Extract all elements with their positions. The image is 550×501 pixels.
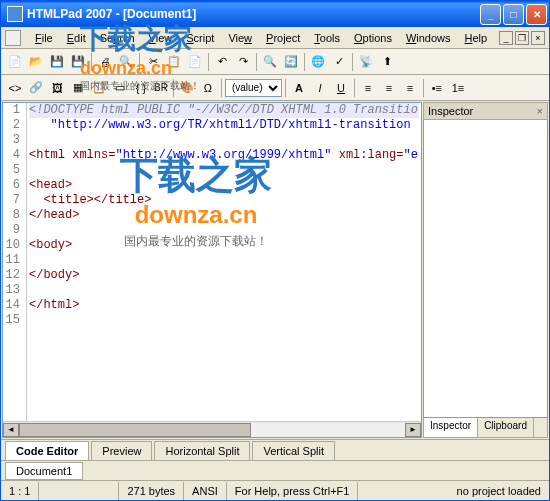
br-label[interactable]: BR (152, 82, 170, 93)
undo-button[interactable]: ↶ (212, 52, 232, 72)
status-position: 1 : 1 (1, 482, 39, 500)
app-icon (7, 6, 23, 22)
status-project: no project loaded (449, 482, 549, 500)
new-button[interactable]: 📄 (5, 52, 25, 72)
toolbar-html: <> 🔗 🖼 ▦ 📋 ▭ { } BR 🎨 Ω (value) A I U ≡ … (1, 75, 549, 101)
menu-file[interactable]: File (29, 30, 59, 46)
validate-button[interactable]: ✓ (329, 52, 349, 72)
color-button[interactable]: 🎨 (177, 78, 197, 98)
tab-inspector[interactable]: Inspector (424, 418, 478, 437)
upload-button[interactable]: ⬆ (377, 52, 397, 72)
menu-view[interactable]: View (143, 30, 179, 46)
status-help: For Help, press Ctrl+F1 (227, 482, 359, 500)
content-area: 123456789101112131415 <!DOCTYPE html PUB… (1, 101, 549, 439)
doc-icon (5, 30, 21, 46)
form-button[interactable]: 📋 (89, 78, 109, 98)
save-button[interactable]: 💾 (47, 52, 67, 72)
tab-horizontal-split[interactable]: Horizontal Split (154, 441, 250, 460)
horizontal-scrollbar[interactable]: ◄ ► (3, 421, 421, 437)
bold-button[interactable]: A (289, 78, 309, 98)
list-ol-button[interactable]: 1≡ (448, 78, 468, 98)
inspector-title: Inspector (428, 105, 473, 117)
inspector-close-button[interactable]: × (537, 105, 543, 117)
editor-pane: 123456789101112131415 <!DOCTYPE html PUB… (2, 102, 422, 438)
menu-project[interactable]: Project (260, 30, 306, 46)
align-center-button[interactable]: ≡ (379, 78, 399, 98)
copy-button[interactable]: 📋 (164, 52, 184, 72)
tab-vertical-split[interactable]: Vertical Split (252, 441, 335, 460)
document-tab[interactable]: Document1 (5, 462, 83, 480)
code-area[interactable]: 123456789101112131415 <!DOCTYPE html PUB… (3, 103, 421, 421)
replace-button[interactable]: 🔄 (281, 52, 301, 72)
format-select[interactable]: (value) (225, 79, 282, 97)
mdi-minimize-button[interactable]: _ (499, 31, 513, 45)
link-button[interactable]: 🔗 (26, 78, 46, 98)
css-button[interactable]: { } (131, 78, 151, 98)
char-button[interactable]: Ω (198, 78, 218, 98)
tag-button[interactable]: <> (5, 78, 25, 98)
menu-script[interactable]: Script (180, 30, 220, 46)
scroll-left-button[interactable]: ◄ (3, 423, 19, 437)
redo-button[interactable]: ↷ (233, 52, 253, 72)
ftp-button[interactable]: 📡 (356, 52, 376, 72)
inspector-header: Inspector × (423, 102, 548, 120)
minimize-button[interactable]: _ (480, 4, 501, 25)
tab-code-editor[interactable]: Code Editor (5, 441, 89, 460)
menu-edit[interactable]: Edit (61, 30, 92, 46)
italic-button[interactable]: I (310, 78, 330, 98)
preview-button[interactable]: 🔍 (116, 52, 136, 72)
tab-preview[interactable]: Preview (91, 441, 152, 460)
menu-options[interactable]: Options (348, 30, 398, 46)
inspector-pane: Inspector × Inspector Clipboard (423, 102, 548, 438)
app-window: HTMLPad 2007 - [Document1] _ □ ✕ File Ed… (0, 0, 550, 501)
menu-search[interactable]: Search (94, 30, 141, 46)
window-title: HTMLPad 2007 - [Document1] (27, 7, 480, 21)
div-button[interactable]: ▭ (110, 78, 130, 98)
menu-view2[interactable]: View (222, 30, 258, 46)
statusbar: 1 : 1 271 bytes ANSI For Help, press Ctr… (1, 480, 549, 500)
align-left-button[interactable]: ≡ (358, 78, 378, 98)
view-tabs: Code Editor Preview Horizontal Split Ver… (1, 439, 549, 460)
mdi-restore-button[interactable]: ❐ (515, 31, 529, 45)
close-button[interactable]: ✕ (526, 4, 547, 25)
open-button[interactable]: 📂 (26, 52, 46, 72)
underline-button[interactable]: U (331, 78, 351, 98)
mdi-close-button[interactable]: × (531, 31, 545, 45)
menu-windows[interactable]: Windows (400, 30, 457, 46)
scroll-right-button[interactable]: ► (405, 423, 421, 437)
inspector-body (423, 120, 548, 418)
table-button[interactable]: ▦ (68, 78, 88, 98)
code-text[interactable]: <!DOCTYPE html PUBLIC "-//W3C//DTD XHTML… (27, 103, 421, 421)
titlebar: HTMLPad 2007 - [Document1] _ □ ✕ (1, 1, 549, 27)
list-ul-button[interactable]: •≡ (427, 78, 447, 98)
align-right-button[interactable]: ≡ (400, 78, 420, 98)
maximize-button[interactable]: □ (503, 4, 524, 25)
menu-help[interactable]: Help (459, 30, 494, 46)
save-all-button[interactable]: 💾 (68, 52, 88, 72)
menubar: File Edit Search View Script View Projec… (1, 27, 549, 49)
image-button[interactable]: 🖼 (47, 78, 67, 98)
scroll-thumb[interactable] (19, 423, 251, 437)
status-size: 271 bytes (119, 482, 184, 500)
line-gutter: 123456789101112131415 (3, 103, 27, 421)
document-tabs: Document1 (1, 460, 549, 480)
paste-button[interactable]: 📄 (185, 52, 205, 72)
menu-tools[interactable]: Tools (308, 30, 346, 46)
print-button[interactable]: 🖨 (95, 52, 115, 72)
find-button[interactable]: 🔍 (260, 52, 280, 72)
tab-clipboard[interactable]: Clipboard (478, 418, 534, 437)
browse-button[interactable]: 🌐 (308, 52, 328, 72)
cut-button[interactable]: ✂ (143, 52, 163, 72)
status-encoding: ANSI (184, 482, 227, 500)
toolbar-main: 📄 📂 💾 💾 🖨 🔍 ✂ 📋 📄 ↶ ↷ 🔍 🔄 🌐 ✓ 📡 ⬆ (1, 49, 549, 75)
